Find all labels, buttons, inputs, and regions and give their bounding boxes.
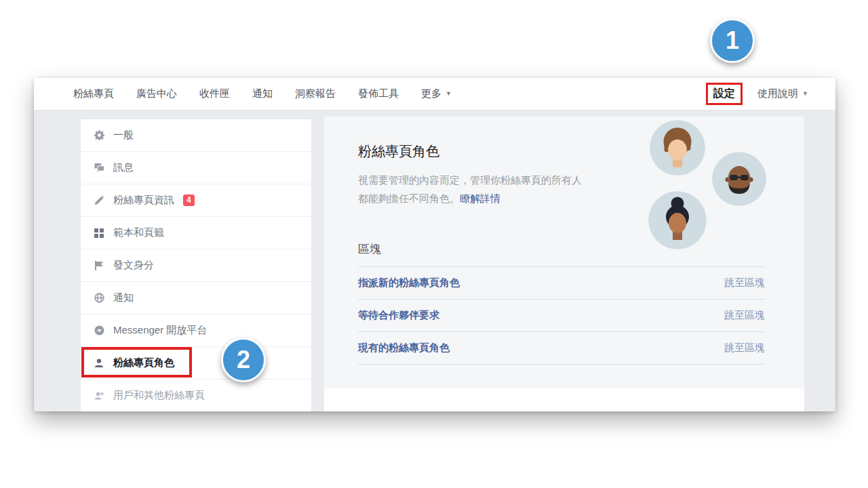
gear-icon xyxy=(94,130,104,140)
learn-more-link[interactable]: 瞭解詳情 xyxy=(460,192,500,204)
sidebar-item-label: 用戶和其他粉絲專頁 xyxy=(113,389,205,402)
page-roles-overview: 粉絲專頁角色 視需要管理的內容而定，管理你粉絲專頁的所有人 都能夠擔任不同角色。… xyxy=(324,117,804,388)
avatar-woman-bun xyxy=(648,191,707,249)
nav-more-label: 更多 xyxy=(421,87,441,100)
sections-header: 區塊 xyxy=(358,241,381,257)
sidebar-item-label: Messenger 開放平台 xyxy=(113,324,207,337)
annotation-step-1: 1 xyxy=(710,18,755,63)
sidebar-item-people-other-pages[interactable]: 用戶和其他粉絲專頁 xyxy=(81,380,311,411)
section-row-existing-page-roles[interactable]: 現有的粉絲專頁角色 跳至區塊 xyxy=(358,332,765,365)
section-row-label: 現有的粉絲專頁角色 xyxy=(358,342,450,354)
chevron-down-icon: ▼ xyxy=(802,91,808,97)
sidebar-item-templates-tabs[interactable]: 範本和頁籤 xyxy=(81,217,311,249)
nav-help-label: 使用說明 xyxy=(757,87,798,100)
annotation-step-2: 2 xyxy=(221,338,266,382)
notification-badge: 4 xyxy=(183,195,195,206)
sections-list: 指派新的粉絲專頁角色 跳至區塊 等待合作夥伴要求 跳至區塊 現有的粉絲專頁角色 … xyxy=(358,266,765,365)
sidebar-item-notifications[interactable]: 通知 xyxy=(81,282,311,314)
chevron-down-icon: ▼ xyxy=(446,91,452,97)
sidebar-item-messenger-platform[interactable]: Messenger 開放平台 xyxy=(81,314,311,347)
grid-icon xyxy=(94,228,104,238)
messenger-icon xyxy=(94,325,104,336)
nav-right: 設定 使用說明 ▼ xyxy=(706,83,808,105)
nav-tab-notifications[interactable]: 通知 xyxy=(252,87,273,100)
screenshot-card: 粉絲專頁 廣告中心 收件匣 通知 洞察報告 發佈工具 更多 ▼ 設定 使用說明 … xyxy=(34,78,835,411)
top-nav: 粉絲專頁 廣告中心 收件匣 通知 洞察報告 發佈工具 更多 ▼ 設定 使用說明 … xyxy=(34,78,835,110)
flag-icon xyxy=(94,261,104,270)
sidebar-item-label: 粉絲專頁角色 xyxy=(113,357,174,369)
sidebar-item-label: 通知 xyxy=(113,291,134,304)
sidebar-item-label: 範本和頁籤 xyxy=(113,226,164,239)
settings-sidebar: 一般 訊息 粉絲專頁資訊 4 xyxy=(80,119,312,411)
nav-tab-ad-center[interactable]: 廣告中心 xyxy=(136,87,177,100)
page-description: 視需要管理的內容而定，管理你粉絲專頁的所有人 都能夠擔任不同角色。瞭解詳情 xyxy=(358,171,650,207)
nav-tab-inbox[interactable]: 收件匣 xyxy=(199,87,230,100)
jump-to-section-link[interactable]: 跳至區塊 xyxy=(724,342,765,354)
avatar-man-beard-glasses xyxy=(712,152,766,206)
person-icon xyxy=(94,359,104,368)
description-line-1: 視需要管理的內容而定，管理你粉絲專頁的所有人 xyxy=(358,174,582,186)
sidebar-item-page-roles[interactable]: 粉絲專頁角色 xyxy=(81,347,311,380)
section-row-pending-partner-requests[interactable]: 等待合作夥伴要求 跳至區塊 xyxy=(358,300,765,332)
section-row-assign-new-role[interactable]: 指派新的粉絲專頁角色 跳至區塊 xyxy=(358,267,765,300)
nav-tab-insights[interactable]: 洞察報告 xyxy=(295,87,336,100)
section-row-label: 等待合作夥伴要求 xyxy=(358,309,439,322)
panel-footer-area xyxy=(324,388,804,411)
sidebar-item-general[interactable]: 一般 xyxy=(81,119,311,152)
person-add-icon xyxy=(94,391,104,401)
globe-icon xyxy=(94,293,104,303)
sidebar-item-label: 粉絲專頁資訊 xyxy=(113,194,174,207)
nav-tab-help[interactable]: 使用說明 ▼ xyxy=(757,87,808,100)
page: 粉絲專頁 廣告中心 收件匣 通知 洞察報告 發佈工具 更多 ▼ 設定 使用說明 … xyxy=(0,0,868,488)
description-line-2: 都能夠擔任不同角色。 xyxy=(358,192,460,204)
sidebar-item-messaging[interactable]: 訊息 xyxy=(81,152,311,184)
nav-tab-page[interactable]: 粉絲專頁 xyxy=(73,87,114,100)
page-roles-panel: 粉絲專頁角色 視需要管理的內容而定，管理你粉絲專頁的所有人 都能夠擔任不同角色。… xyxy=(324,117,804,411)
section-row-label: 指派新的粉絲專頁角色 xyxy=(358,277,460,289)
nav-tab-publishing[interactable]: 發佈工具 xyxy=(358,87,399,100)
nav-tab-settings[interactable]: 設定 xyxy=(706,83,743,105)
nav-tab-more[interactable]: 更多 ▼ xyxy=(421,87,452,100)
sidebar-item-post-attribution[interactable]: 發文身分 xyxy=(81,249,311,282)
sidebar-item-label: 訊息 xyxy=(113,161,134,174)
jump-to-section-link[interactable]: 跳至區塊 xyxy=(724,309,765,322)
sidebar-item-label: 一般 xyxy=(113,129,134,142)
chat-icon xyxy=(94,163,104,173)
sidebar-item-label: 發文身分 xyxy=(113,259,154,272)
nav-tabs: 粉絲專頁 廣告中心 收件匣 通知 洞察報告 發佈工具 更多 ▼ xyxy=(73,87,452,100)
jump-to-section-link[interactable]: 跳至區塊 xyxy=(724,277,765,289)
pencil-icon xyxy=(94,196,104,205)
settings-content: 一般 訊息 粉絲專頁資訊 4 xyxy=(34,110,835,411)
sidebar-item-page-info[interactable]: 粉絲專頁資訊 4 xyxy=(81,184,311,217)
avatar-woman-bob xyxy=(650,120,705,176)
page-title: 粉絲專頁角色 xyxy=(358,142,439,161)
